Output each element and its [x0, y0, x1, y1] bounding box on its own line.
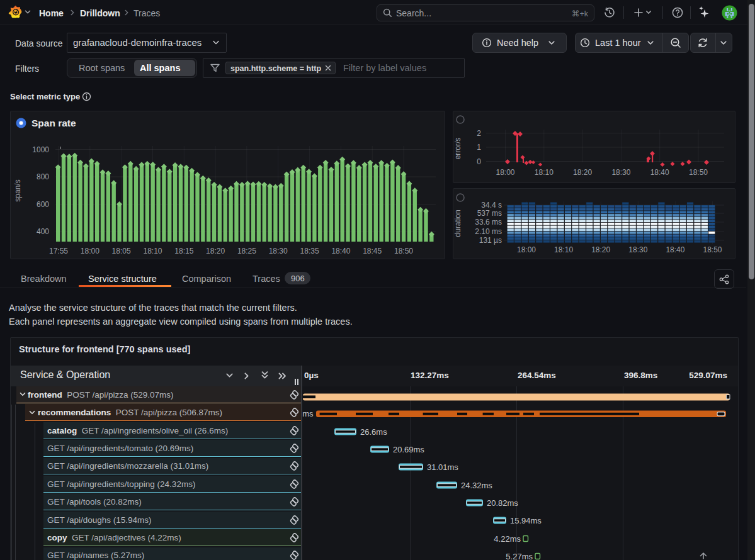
svg-text:131 µs: 131 µs [479, 236, 502, 245]
svg-text:31.01ms: 31.01ms [427, 462, 458, 472]
svg-text:duration: duration [453, 210, 462, 237]
svg-text:800: 800 [37, 172, 49, 181]
svg-text:5.27ms: 5.27ms [506, 552, 533, 560]
svg-text:1: 1 [477, 143, 481, 152]
svg-text:18:20: 18:20 [591, 245, 610, 254]
svg-text:17:55: 17:55 [49, 247, 68, 255]
svg-text:20.82ms: 20.82ms [487, 498, 518, 508]
svg-text:18:50: 18:50 [689, 168, 708, 177]
svg-text:4.22ms: 4.22ms [494, 534, 521, 544]
svg-text:18:50: 18:50 [394, 247, 413, 255]
svg-text:18:00: 18:00 [496, 168, 514, 177]
svg-text:18:25: 18:25 [237, 247, 256, 255]
svg-text:span/s: span/s [13, 179, 22, 201]
svg-text:error/s: error/s [453, 138, 462, 160]
svg-text:18:30: 18:30 [611, 168, 630, 177]
svg-text:18:10: 18:10 [554, 245, 573, 254]
svg-text:18:45: 18:45 [363, 247, 382, 255]
svg-text:26.6ms: 26.6ms [360, 427, 387, 437]
svg-text:18:20: 18:20 [573, 168, 592, 177]
svg-text:20.69ms: 20.69ms [393, 445, 424, 454]
svg-text:34.4 s: 34.4 s [481, 201, 502, 210]
svg-text:18:10: 18:10 [535, 168, 553, 177]
svg-text:2: 2 [477, 129, 481, 138]
svg-text:18:50: 18:50 [703, 245, 722, 254]
svg-text:18:00: 18:00 [517, 245, 536, 254]
svg-text:15.94ms: 15.94ms [510, 516, 542, 525]
svg-text:18:15: 18:15 [174, 247, 193, 255]
svg-text:400: 400 [37, 227, 49, 236]
svg-text:18:20: 18:20 [206, 247, 225, 255]
svg-text:ms: ms [302, 409, 314, 418]
svg-text:18:40: 18:40 [666, 245, 684, 254]
svg-text:537 ms: 537 ms [477, 209, 502, 218]
svg-text:1000: 1000 [32, 145, 49, 154]
svg-text:18:10: 18:10 [143, 247, 162, 255]
svg-text:18:00: 18:00 [81, 247, 99, 255]
svg-text:18:40: 18:40 [650, 168, 669, 177]
svg-text:600: 600 [37, 200, 49, 209]
svg-text:18:40: 18:40 [331, 247, 350, 255]
svg-text:18:35: 18:35 [300, 247, 319, 255]
svg-text:2.10 ms: 2.10 ms [475, 227, 502, 236]
svg-text:18:30: 18:30 [269, 247, 288, 255]
svg-text:33.6 ms: 33.6 ms [475, 218, 502, 227]
svg-text:18:30: 18:30 [628, 245, 647, 254]
svg-text:18:05: 18:05 [112, 247, 131, 255]
svg-text:24.32ms: 24.32ms [461, 481, 492, 490]
svg-text:0: 0 [477, 157, 481, 166]
